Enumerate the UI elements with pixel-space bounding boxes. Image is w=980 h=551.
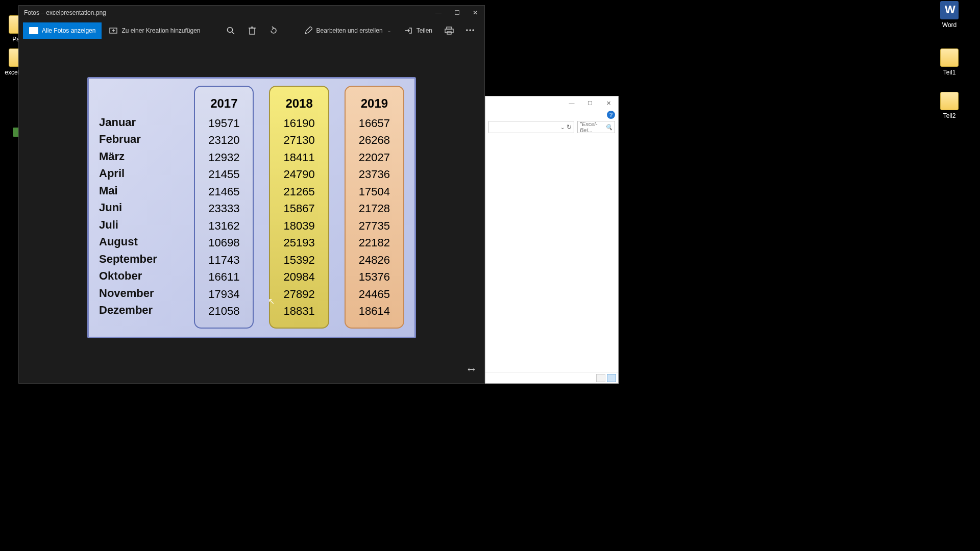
refresh-icon[interactable]: ↻	[567, 123, 572, 131]
icon-label: Teil2	[934, 112, 965, 119]
more-button[interactable]: •••	[461, 22, 480, 39]
share-button[interactable]: Teilen	[399, 22, 437, 39]
zoom-button[interactable]	[221, 22, 240, 39]
photos-canvas[interactable]: JanuarFebruarMärzAprilMaiJuniJuliAugustS…	[19, 41, 484, 383]
table-cell: 18039	[270, 217, 328, 235]
print-icon	[445, 26, 454, 35]
desktop-icon-teil1[interactable]: Teil1	[934, 48, 965, 76]
column-header: 2017	[210, 92, 237, 115]
desktop-icon-word[interactable]: Word	[934, 1, 965, 29]
address-combo[interactable]: ⌄ ↻	[488, 121, 574, 133]
edit-create-button[interactable]: Bearbeiten und erstellen ⌄	[299, 22, 397, 39]
all-photos-button[interactable]: Alle Fotos anzeigen	[23, 22, 102, 39]
more-icon: •••	[466, 26, 475, 35]
table-cell: 17504	[346, 183, 403, 201]
month-label: Januar	[99, 114, 179, 131]
month-label: Dezember	[99, 302, 179, 319]
table-cell: 10698	[195, 235, 253, 252]
table-cell: 23120	[195, 132, 253, 149]
search-icon	[226, 26, 235, 35]
svg-point-3	[227, 28, 232, 33]
rotate-button[interactable]	[264, 22, 283, 39]
month-label: Oktober	[99, 268, 179, 285]
explorer-titlebar[interactable]: ― ☐ ✕	[485, 96, 618, 110]
view-details-button[interactable]	[596, 374, 605, 382]
folder-icon	[940, 92, 959, 110]
table-cell: 15392	[270, 252, 328, 269]
month-label: September	[99, 251, 179, 268]
month-label: Februar	[99, 131, 179, 148]
table-cell: 18411	[270, 149, 328, 166]
help-icon[interactable]: ?	[607, 111, 615, 119]
close-button[interactable]: ✕	[466, 6, 484, 20]
desktop-icon-teil2[interactable]: Teil2	[934, 92, 965, 119]
table-cell: 22182	[346, 235, 403, 252]
month-label: März	[99, 148, 179, 165]
print-button[interactable]	[439, 22, 459, 39]
month-label: April	[99, 165, 179, 183]
photos-titlebar[interactable]: Fotos – excelpresentation.png ― ☐ ✕	[19, 6, 484, 20]
share-icon	[404, 26, 413, 35]
folder-icon	[940, 48, 959, 67]
fullscreen-icon[interactable]: ⤢	[464, 363, 478, 376]
table-cell: 27735	[346, 217, 403, 235]
close-button[interactable]: ✕	[600, 97, 617, 109]
table-cell: 25193	[270, 235, 328, 252]
delete-button[interactable]	[242, 22, 262, 39]
search-placeholder: "Excel-Bei...	[580, 121, 605, 133]
table-cell: 20984	[270, 269, 328, 286]
column-2019: 2019 16657262682202723736175042172827735…	[345, 86, 404, 329]
table-cell: 24826	[346, 252, 403, 269]
add-to-creation-button[interactable]: Zu einer Kreation hinzufügen	[104, 22, 205, 39]
column-2017: 2017 19571231201293221455214652333313162…	[194, 86, 254, 329]
gallery-icon	[29, 27, 38, 34]
table-cell: 21265	[270, 183, 328, 201]
table-cell: 16611	[195, 269, 253, 286]
table-cell: 12932	[195, 149, 253, 166]
table-cell: 23333	[195, 201, 253, 218]
table-cell: 16190	[270, 115, 328, 132]
table-cell: 27130	[270, 132, 328, 149]
explorer-window[interactable]: ― ☐ ✕ ? ⌄ ↻ "Excel-Bei... 🔍	[485, 96, 619, 384]
month-label: Mai	[99, 182, 179, 199]
table-cell: 21058	[195, 303, 253, 320]
table-cell: 16657	[346, 115, 403, 132]
table-image: JanuarFebruarMärzAprilMaiJuniJuliAugustS…	[87, 77, 416, 338]
column-header: 2018	[285, 92, 312, 115]
chevron-down-icon: ⌄	[387, 28, 391, 33]
table-cell: 21465	[195, 183, 253, 201]
svg-rect-5	[250, 28, 255, 34]
month-label: Juni	[99, 199, 179, 217]
add-creation-icon	[109, 26, 118, 35]
minimize-button[interactable]: ―	[563, 97, 580, 109]
icon-label: Teil1	[934, 69, 965, 76]
icon-label: Word	[934, 21, 965, 29]
month-label: Juli	[99, 216, 179, 234]
maximize-button[interactable]: ☐	[448, 6, 466, 20]
month-label: November	[99, 285, 179, 302]
table-cell: 19571	[195, 115, 253, 132]
minimize-button[interactable]: ―	[429, 6, 448, 20]
month-label: August	[99, 234, 179, 251]
word-icon	[940, 1, 959, 19]
table-cell: 15376	[346, 269, 403, 286]
explorer-search[interactable]: "Excel-Bei... 🔍	[577, 121, 615, 133]
button-label: Alle Fotos anzeigen	[42, 27, 95, 34]
explorer-body[interactable]	[485, 136, 618, 372]
photos-toolbar: Alle Fotos anzeigen Zu einer Kreation hi…	[19, 20, 484, 41]
table-cell: 23736	[346, 166, 403, 184]
trash-icon	[248, 26, 257, 35]
table-cell: 21728	[346, 201, 403, 218]
rotate-icon	[269, 26, 278, 35]
table-cell: 18831	[270, 303, 328, 320]
photos-window: Fotos – excelpresentation.png ― ☐ ✕ Alle…	[18, 5, 485, 384]
table-cell: 11743	[195, 252, 253, 269]
table-cell: 15867	[270, 201, 328, 218]
view-icons-button[interactable]	[607, 374, 616, 382]
edit-icon	[304, 26, 313, 35]
maximize-button[interactable]: ☐	[581, 97, 599, 109]
table-cell: 18614	[346, 303, 403, 320]
explorer-statusbar	[485, 372, 618, 383]
months-column: JanuarFebruarMärzAprilMaiJuniJuliAugustS…	[99, 86, 179, 329]
table-cell: 26268	[346, 132, 403, 149]
